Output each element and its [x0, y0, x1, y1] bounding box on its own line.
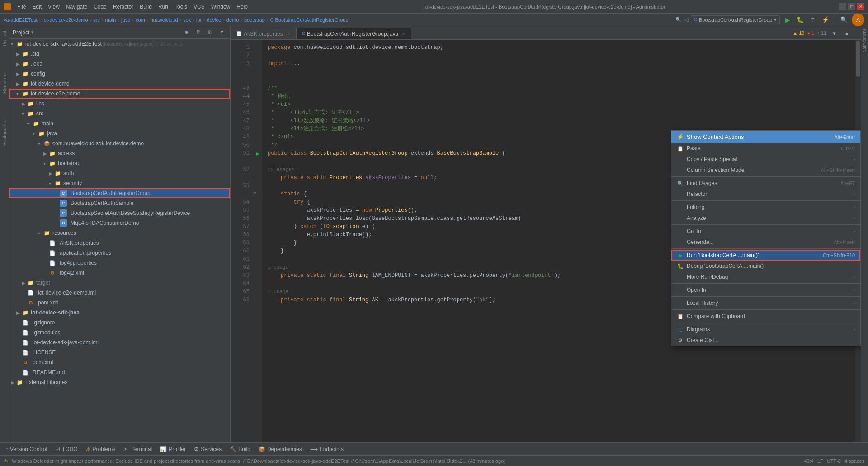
- tree-item-BootstrapCertAuthSample[interactable]: C BootstrapCertAuthSample: [9, 198, 230, 208]
- breadcrumb-item-4[interactable]: java: [121, 17, 130, 23]
- breadcrumb-item-5[interactable]: com: [136, 17, 145, 23]
- tree-item-sdk-java[interactable]: ▶ 📁 iot-device-sdk-java: [9, 308, 230, 318]
- tree-item-aksk[interactable]: 📄 AkSK.properties: [9, 238, 230, 248]
- tab-profiler[interactable]: 📊 Profiler: [156, 445, 189, 454]
- ctx-item-refactor[interactable]: Refactor ›: [671, 189, 860, 200]
- ctx-item-goto[interactable]: Go To ›: [671, 226, 860, 237]
- ctx-item-analyze[interactable]: Analyze ›: [671, 213, 860, 223]
- ctx-item-open-in[interactable]: Open In ›: [671, 285, 860, 295]
- run-config-dropdown[interactable]: C BootstrapCertAuthRegisterGroup ▾: [691, 15, 780, 24]
- tree-item-src[interactable]: ▾ 📁 src: [9, 109, 230, 119]
- tree-item-gitignore[interactable]: 📄 .gitignore: [9, 318, 230, 328]
- run-config-chevron[interactable]: ▾: [774, 17, 777, 23]
- tree-item-pomxml-root[interactable]: ⚙ pom.xml: [9, 357, 230, 367]
- search-button[interactable]: 🔍: [839, 15, 849, 25]
- tree-item-iot-device-demo[interactable]: ▶ 📁 iot-device-demo: [9, 79, 230, 89]
- tree-item-root[interactable]: ▾ 📁 iot-device-sdk-java-addE2ETest [iot-…: [9, 39, 230, 49]
- breadcrumb-item-1[interactable]: iot-device-e2e-demo: [42, 17, 88, 23]
- tab-close-aksk[interactable]: ✕: [287, 31, 290, 36]
- sidebar-collapse-btn[interactable]: ⇈: [193, 28, 203, 38]
- tree-item-libs[interactable]: ▶ 📁 libs: [9, 99, 230, 109]
- tree-item-resources[interactable]: ▾ 📁 resources: [9, 228, 230, 238]
- tree-item-e2e-demo[interactable]: ▾ 📁 iot-device-e2e-demo: [9, 89, 230, 99]
- tree-item-readme[interactable]: 📄 README.md: [9, 367, 230, 377]
- project-tab[interactable]: Project: [1, 28, 8, 49]
- ctx-item-diagrams[interactable]: ◻ Diagrams ›: [671, 324, 860, 335]
- tree-item-e2e-iml[interactable]: 📄 iot-device-e2e-demo.iml: [9, 288, 230, 298]
- tree-item-sdk-pom-iml[interactable]: 📄 iot-device-sdk-java-pom.iml: [9, 338, 230, 347]
- menu-help[interactable]: Help: [234, 3, 250, 11]
- ctx-item-copy-paste-special[interactable]: Copy / Paste Special ›: [671, 154, 860, 165]
- tree-item-pkg[interactable]: ▾ 📦 com.huaweicloud.sdk.iot.device.demo: [9, 138, 230, 148]
- run-button[interactable]: ▶: [783, 15, 793, 25]
- breadcrumb-item-9[interactable]: device: [207, 17, 221, 23]
- breadcrumb-item-3[interactable]: main: [105, 17, 116, 23]
- tree-item-gitmodules[interactable]: 📄 .gitmodules: [9, 328, 230, 338]
- tree-item-Mqtt4IoTDA[interactable]: C Mqtt4IoTDAConsumerDemo: [9, 218, 230, 228]
- tree-item-log4j[interactable]: 📄 log4j.properties: [9, 258, 230, 268]
- ctx-item-local-history[interactable]: Local History ›: [671, 298, 860, 309]
- tab-dependencies[interactable]: 📦 Dependencies: [255, 445, 306, 454]
- tree-item-BootstrapCertAuthRegisterGroup[interactable]: C BootstrapCertAuthRegisterGroup: [9, 188, 230, 198]
- encoding[interactable]: UTF-8: [827, 458, 841, 464]
- tree-item-pomxml-e2e[interactable]: ⚙ pom.xml: [9, 298, 230, 308]
- breadcrumb-item-6[interactable]: huaweicloud: [150, 17, 178, 23]
- tab-endpoints[interactable]: ⟶ Endpoints: [307, 445, 347, 454]
- error-count[interactable]: ● 1: [807, 30, 814, 36]
- menu-build[interactable]: Build: [137, 3, 155, 11]
- tab-build[interactable]: 🔨 Build: [226, 445, 254, 454]
- ctx-item-generate[interactable]: Generate... Alt+Insert: [671, 237, 860, 247]
- sidebar-close-btn[interactable]: ✕: [217, 28, 226, 38]
- code-editor[interactable]: 1 2 3 43 44 45 46 47 48 49 50 51 52 53 5…: [231, 40, 861, 442]
- cursor-position[interactable]: 43:4: [804, 458, 814, 464]
- menu-file[interactable]: File: [14, 3, 28, 11]
- profile-button[interactable]: ⚡: [821, 15, 830, 25]
- tab-aksk[interactable]: 📄 AkSK.properties ✕: [231, 28, 296, 39]
- ctx-item-folding[interactable]: Folding ›: [671, 202, 860, 213]
- menu-navigate[interactable]: Navigate: [63, 3, 90, 11]
- tab-services[interactable]: ⚙ Services: [190, 445, 225, 454]
- menu-vcs[interactable]: VCS: [191, 3, 208, 11]
- breadcrumb-item-2[interactable]: src: [93, 17, 100, 23]
- tab-todo[interactable]: ☑ TODO: [52, 445, 81, 454]
- ctx-item-column-selection[interactable]: Column Selection Mode Alt+Shift+Insert: [671, 165, 860, 176]
- debug-button[interactable]: 🐛: [795, 15, 805, 25]
- close-button[interactable]: ✕: [857, 3, 864, 10]
- menu-edit[interactable]: Edit: [29, 3, 44, 11]
- sidebar-settings-btn[interactable]: ⚙: [205, 28, 215, 38]
- ctx-item-more-run[interactable]: More Run/Debug ›: [671, 271, 860, 282]
- tree-item-security[interactable]: ▾ 📁 security: [9, 178, 230, 188]
- user-avatar[interactable]: A: [852, 14, 864, 26]
- structure-tab[interactable]: Structure: [1, 71, 8, 96]
- tree-item-main[interactable]: ▾ 📁 main: [9, 119, 230, 128]
- fold-icon-55[interactable]: ⊟: [253, 191, 257, 196]
- menu-run[interactable]: Run: [156, 3, 171, 11]
- gutter-51-run[interactable]: ▶: [253, 149, 262, 157]
- tree-item-log4j2xml[interactable]: ⚙ log4j2.xml: [9, 268, 230, 278]
- tree-item-cid[interactable]: ▶ 📁 .cid: [9, 49, 230, 59]
- tree-item-access[interactable]: ▶ 📁 access: [9, 148, 230, 158]
- sidebar-locate-btn[interactable]: ⊕: [181, 28, 191, 38]
- menu-view[interactable]: View: [45, 3, 62, 11]
- ctx-item-create-gist[interactable]: ⚙ Create Gist...: [671, 335, 860, 346]
- scrollbar-thumb[interactable]: [856, 41, 860, 77]
- maximize-button[interactable]: □: [848, 3, 855, 10]
- tab-terminal[interactable]: >_ Terminal: [120, 445, 156, 454]
- menu-tools[interactable]: Tools: [172, 3, 190, 11]
- tree-item-java[interactable]: ▾ 📁 java: [9, 128, 230, 138]
- ctx-item-run[interactable]: ▶ Run 'BootstrapCertA....main()' Ctrl+Sh…: [671, 250, 860, 261]
- minimize-button[interactable]: —: [839, 3, 846, 10]
- tree-item-auth[interactable]: ▶ 📁 auth: [9, 168, 230, 178]
- menu-refactor[interactable]: Refactor: [110, 3, 136, 11]
- search-everywhere-icon[interactable]: 🔍: [675, 17, 682, 23]
- ctx-header[interactable]: ⚡ Show Context Actions Alt+Enter: [671, 131, 860, 143]
- tree-item-appprops[interactable]: 📄 application.properties: [9, 248, 230, 258]
- breadcrumb-item-12[interactable]: BootstrapCertAuthRegisterGroup: [275, 17, 349, 23]
- expand-warnings-btn[interactable]: ▾: [829, 28, 839, 38]
- menu-window[interactable]: Window: [208, 3, 233, 11]
- tab-version-control[interactable]: ↑ Version Control: [2, 445, 51, 454]
- ctx-item-compare-clipboard[interactable]: 📋 Compare with Clipboard: [671, 311, 860, 322]
- tab-problems[interactable]: ⚠ Problems: [82, 445, 119, 454]
- run-gutter-icon[interactable]: ▶: [256, 151, 259, 156]
- breadcrumb-item-7[interactable]: sdk: [183, 17, 191, 23]
